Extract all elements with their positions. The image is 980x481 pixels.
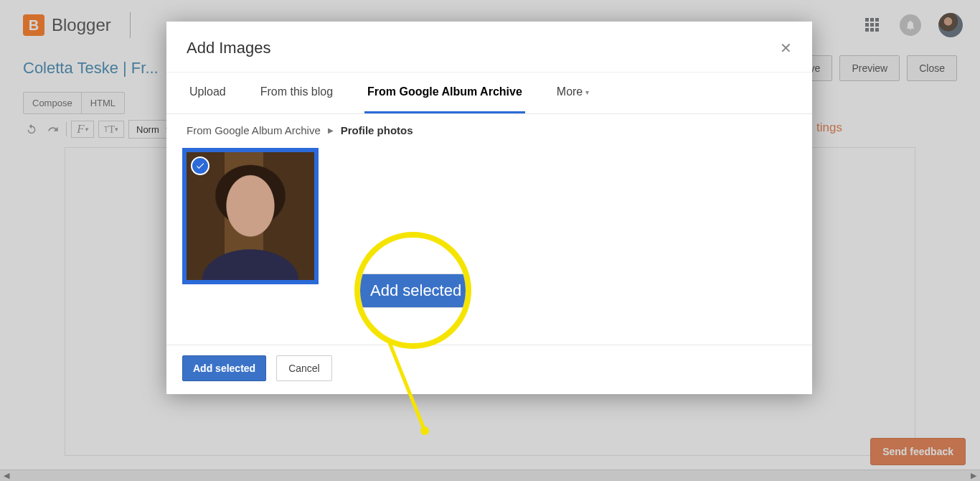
header-divider	[130, 12, 131, 38]
breadcrumb-root[interactable]: From Google Album Archive	[187, 124, 321, 136]
editor-mode-toggle: Compose HTML	[23, 92, 125, 114]
blog-title-breadcrumb[interactable]: Coletta Teske | Fr...	[23, 59, 159, 78]
selected-check-icon	[191, 157, 209, 175]
blogger-logo-text: Blogger	[52, 15, 111, 35]
horizontal-scrollbar[interactable]: ◀ ▶	[0, 470, 980, 481]
image-thumbnail-selected[interactable]	[182, 148, 319, 284]
post-settings-link[interactable]: tings	[816, 121, 842, 135]
preview-button[interactable]: Preview	[839, 55, 900, 81]
google-apps-icon[interactable]	[865, 18, 880, 32]
add-images-dialog: Add Images ✕ Upload From this blog From …	[166, 22, 812, 394]
album-breadcrumb: From Google Album Archive ▶ Profile phot…	[166, 114, 812, 144]
scroll-right-icon[interactable]: ▶	[969, 471, 979, 481]
breadcrumb-leaf: Profile photos	[341, 124, 413, 136]
undo-icon[interactable]	[23, 121, 40, 138]
html-tab[interactable]: HTML	[81, 93, 124, 113]
redo-icon[interactable]	[44, 121, 62, 138]
notifications-icon[interactable]	[900, 14, 921, 36]
close-icon[interactable]: ✕	[780, 39, 792, 57]
blogger-logo-icon: B	[23, 14, 44, 36]
tab-more-label: More	[557, 85, 583, 98]
chevron-down-icon: ▾	[585, 88, 589, 96]
chevron-right-icon: ▶	[328, 126, 334, 134]
tab-upload[interactable]: Upload	[187, 73, 229, 113]
send-feedback-button[interactable]: Send feedback	[870, 438, 966, 465]
tab-from-archive[interactable]: From Google Album Archive	[364, 73, 525, 113]
add-selected-button[interactable]: Add selected	[182, 355, 266, 381]
dialog-title: Add Images	[187, 39, 270, 57]
close-button[interactable]: Close	[907, 55, 957, 81]
tab-from-blog[interactable]: From this blog	[258, 73, 336, 113]
dialog-tabs: Upload From this blog From Google Album …	[166, 73, 812, 114]
scroll-left-icon[interactable]: ◀	[1, 471, 11, 481]
user-avatar[interactable]	[938, 13, 963, 37]
font-size-dropdown[interactable]: TT▾	[98, 121, 124, 138]
image-gallery	[166, 144, 812, 345]
font-family-dropdown[interactable]: F▾	[71, 121, 94, 138]
tab-more[interactable]: More ▾	[554, 73, 592, 113]
cancel-button[interactable]: Cancel	[276, 355, 332, 381]
dialog-footer: Add selected Cancel	[166, 345, 812, 394]
compose-tab[interactable]: Compose	[24, 93, 81, 113]
